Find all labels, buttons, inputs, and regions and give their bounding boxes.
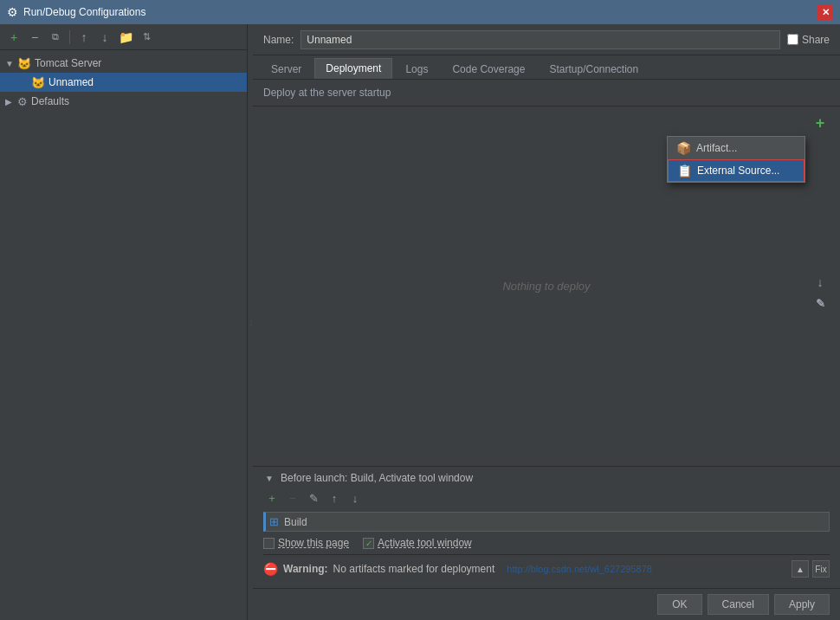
title-bar: ⚙ Run/Debug Configurations ✕ [0, 0, 840, 24]
sidebar-toolbar: + − ⧉ ↑ ↓ 📁 ⇅ [0, 24, 247, 50]
title-text: Run/Debug Configurations [23, 6, 817, 18]
deploy-body: + 📦 Artifact... 📋 External Source... [253, 107, 840, 466]
launch-toolbar: + − ✎ ↑ ↓ [263, 489, 830, 507]
external-source-icon: 📋 [677, 164, 692, 178]
defaults-label: Defaults [31, 95, 69, 107]
sidebar: + − ⧉ ↑ ↓ 📁 ⇅ ▼ [0, 24, 248, 620]
watermark-text: http://blog.csdn.net/wl_627295878 [507, 564, 652, 574]
before-launch-section: ▼ Before launch: Build, Activate tool wi… [253, 466, 840, 588]
warning-message: No artifacts marked for deployment [333, 563, 495, 575]
unnamed-label: Unnamed [48, 76, 94, 88]
options-row: Show this page ✓ Activate tool window [263, 532, 830, 554]
tab-logs[interactable]: Logs [394, 58, 439, 79]
sidebar-item-tomcat-server[interactable]: ▼ 🐱 Tomcat Server [0, 54, 247, 73]
before-launch-header: ▼ Before launch: Build, Activate tool wi… [263, 472, 830, 484]
ok-button[interactable]: OK [657, 594, 701, 615]
title-icon: ⚙ [7, 5, 18, 19]
move-up-button[interactable]: ↑ [75, 29, 93, 46]
main-container: + − ⧉ ↑ ↓ 📁 ⇅ ▼ [0, 24, 840, 620]
before-launch-toggle[interactable]: ▼ [263, 472, 275, 484]
content-area: Name: Share Server Deployment Logs Code … [253, 24, 840, 620]
warning-up-button[interactable]: ▲ [792, 560, 809, 578]
sidebar-item-defaults[interactable]: ▶ ⚙ Defaults [0, 92, 247, 111]
sort-button[interactable]: ⇅ [138, 29, 155, 46]
artifact-icon: 📦 [676, 141, 691, 155]
warning-fix-button[interactable]: Fix [812, 560, 830, 578]
warning-actions: ▲ Fix [792, 560, 830, 578]
expand-arrow-tomcat: ▼ [5, 59, 17, 68]
launch-up-button[interactable]: ↑ [326, 489, 343, 507]
dropdown-menu: 📦 Artifact... 📋 External Source... [667, 136, 805, 183]
warning-text: Warning: [283, 563, 328, 575]
defaults-icon: ⚙ [17, 95, 28, 108]
show-page-label: Show this page [278, 537, 349, 549]
launch-edit-button[interactable]: ✎ [305, 489, 322, 507]
tab-code-coverage[interactable]: Code Coverage [441, 58, 536, 79]
copy-config-button[interactable]: ⧉ [47, 29, 64, 46]
dialog-buttons: OK Cancel Apply [253, 588, 840, 620]
remove-config-button[interactable]: − [26, 29, 43, 46]
tomcat-server-label: Tomcat Server [35, 57, 101, 69]
show-page-checkbox[interactable] [263, 538, 275, 549]
deploy-down-button[interactable]: ↓ [811, 273, 830, 292]
config-tree: ▼ 🐱 Tomcat Server 🐱 Unnamed ▶ ⚙ Defaults [0, 50, 247, 620]
launch-add-button[interactable]: + [263, 489, 281, 507]
sidebar-item-unnamed[interactable]: 🐱 Unnamed [0, 73, 247, 92]
build-label: Build [284, 516, 307, 528]
tab-startup-connection[interactable]: Startup/Connection [538, 58, 649, 79]
activate-checkbox[interactable]: ✓ [363, 538, 374, 549]
activate-tool-window-option: ✓ Activate tool window [363, 537, 472, 549]
activate-label: Activate tool window [378, 537, 472, 549]
tab-deployment[interactable]: Deployment [314, 58, 392, 79]
name-label: Name: [263, 34, 294, 46]
apply-button[interactable]: Apply [774, 594, 830, 615]
folder-button[interactable]: 📁 [117, 29, 134, 46]
build-icon: ⊞ [269, 515, 279, 528]
launch-down-button[interactable]: ↓ [346, 489, 364, 507]
tab-content-deployment: Deploy at the server startup + 📦 Artifac… [253, 80, 840, 588]
deploy-header: Deploy at the server startup [253, 80, 840, 107]
deploy-add-button[interactable]: + [811, 113, 830, 132]
share-checkbox[interactable] [787, 34, 798, 45]
expand-arrow-defaults: ▶ [5, 97, 17, 107]
share-area: Share [787, 34, 830, 46]
before-launch-label: Before launch: Build, Activate tool wind… [281, 472, 473, 484]
name-row: Name: Share [253, 24, 840, 55]
add-config-button[interactable]: + [5, 29, 23, 46]
configuration-tabs: Server Deployment Logs Code Coverage Sta… [253, 55, 840, 80]
tomcat-icon: 🐱 [17, 57, 31, 70]
dropdown-item-external-source[interactable]: 📋 External Source... [668, 159, 804, 182]
share-label: Share [802, 34, 830, 46]
warning-row: ⛔ Warning: No artifacts marked for deplo… [263, 554, 830, 583]
tab-server[interactable]: Server [260, 58, 313, 79]
deploy-edit-button[interactable]: ✎ [811, 294, 830, 313]
deploy-toolbar: + 📦 Artifact... 📋 External Source... [807, 110, 833, 316]
name-input[interactable] [300, 30, 780, 49]
build-row: ⊞ Build [263, 512, 830, 532]
cancel-button[interactable]: Cancel [708, 594, 769, 615]
close-button[interactable]: ✕ [817, 4, 833, 20]
toolbar-separator [69, 30, 70, 44]
show-this-page-option: Show this page [263, 537, 349, 549]
dropdown-item-artifact[interactable]: 📦 Artifact... [668, 137, 804, 159]
warning-icon: ⛔ [263, 562, 278, 576]
unnamed-icon: 🐱 [31, 76, 45, 89]
launch-remove-button[interactable]: − [284, 489, 301, 507]
move-down-button[interactable]: ↓ [96, 29, 113, 46]
